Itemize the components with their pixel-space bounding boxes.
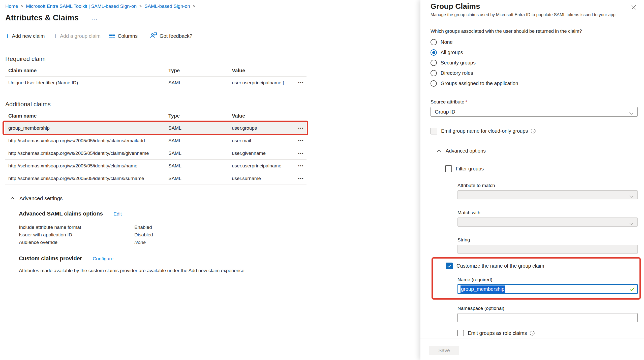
emit-group-name-checkbox[interactable]: Emit group name for cloud-only groups: [431, 128, 638, 134]
toolbar-divider: [144, 32, 144, 40]
checkbox-unchecked-icon: [445, 165, 452, 172]
breadcrumb-app-link[interactable]: Microsoft Entra SAML Toolkit | SAML-base…: [26, 4, 137, 9]
add-new-claim-button[interactable]: + Add new claim: [5, 33, 45, 39]
table-row[interactable]: http://schemas.xmlsoap.org/ws/2005/05/id…: [5, 172, 306, 185]
chevron-down-icon: [629, 221, 633, 226]
commands-toolbar: + Add new claim + Add a group claim Colu…: [5, 31, 420, 41]
got-feedback-button[interactable]: Got feedback?: [150, 32, 192, 40]
row-more-actions-icon[interactable]: •••: [292, 151, 306, 155]
row-more-actions-icon[interactable]: •••: [292, 138, 306, 143]
chevron-down-icon: [629, 193, 633, 199]
row-more-actions-icon[interactable]: •••: [292, 176, 306, 181]
table-row[interactable]: http://schemas.xmlsoap.org/ws/2005/05/id…: [5, 160, 306, 172]
column-header-value[interactable]: Value: [232, 113, 292, 119]
columns-icon: [109, 33, 115, 39]
group-type-radio-group: None All groups Security groups Director…: [431, 37, 638, 89]
breadcrumb-home-link[interactable]: Home: [5, 4, 18, 9]
additional-claims-section-title: Additional claims: [5, 101, 420, 108]
match-with-dropdown[interactable]: [457, 218, 638, 227]
string-label: String: [457, 237, 638, 243]
section-divider: [19, 285, 417, 285]
toolbar-bottom-divider: [5, 44, 417, 44]
column-header-claim-name[interactable]: Claim name: [5, 68, 168, 74]
radio-icon: [431, 70, 437, 76]
source-attribute-label: Source attribute*: [431, 99, 638, 105]
setting-value: None: [134, 239, 420, 246]
custom-claims-provider-title: Custom claims provider: [19, 255, 82, 262]
namespace-label: Namespace (optional): [457, 306, 638, 311]
chevron-down-icon: [629, 110, 633, 116]
radio-directory-roles[interactable]: Directory roles: [431, 68, 638, 78]
plus-icon: +: [5, 33, 9, 39]
setting-value: Enabled: [134, 224, 420, 231]
setting-row: Issuer with application ID Disabled: [19, 231, 420, 239]
plus-icon: +: [53, 33, 57, 39]
additional-claims-table: Claim name Type Value group_membership S…: [5, 110, 306, 185]
add-group-claim-button[interactable]: + Add a group claim: [53, 33, 101, 39]
source-attribute-dropdown[interactable]: Group ID: [431, 107, 638, 117]
group-type-question: Which groups associated with the user sh…: [431, 28, 638, 34]
column-header-type[interactable]: Type: [168, 113, 232, 119]
filter-groups-checkbox[interactable]: Filter groups: [445, 165, 638, 172]
string-input[interactable]: [457, 245, 638, 254]
radio-security-groups[interactable]: Security groups: [431, 58, 638, 68]
advanced-saml-options-title: Advanced SAML claims options: [19, 210, 103, 217]
customize-name-checkbox[interactable]: Customize the name of the group claim: [446, 263, 639, 269]
column-header-value[interactable]: Value: [232, 68, 292, 74]
match-with-label: Match with: [457, 210, 638, 215]
required-claim-section-title: Required claim: [5, 55, 420, 62]
checkbox-checked-icon: [446, 263, 453, 269]
namespace-input[interactable]: [457, 313, 638, 322]
name-required-label: Name (required): [457, 277, 639, 282]
feedback-person-icon: [150, 32, 157, 40]
radio-selected-icon: [431, 49, 437, 56]
radio-icon: [431, 60, 437, 66]
selected-text: group_membership: [461, 285, 505, 293]
breadcrumb: Home > Microsoft Entra SAML Toolkit | SA…: [5, 4, 420, 9]
group-claim-name-input[interactable]: group_membership: [457, 284, 638, 294]
panel-title: Group Claims: [431, 2, 638, 11]
table-row[interactable]: http://schemas.xmlsoap.org/ws/2005/05/id…: [5, 134, 306, 147]
configure-link[interactable]: Configure: [93, 256, 113, 262]
setting-value: Disabled: [134, 231, 420, 239]
row-more-actions-icon[interactable]: •••: [292, 126, 306, 130]
chevron-up-icon: [437, 149, 441, 153]
more-actions-icon[interactable]: ...: [91, 15, 97, 21]
row-more-actions-icon[interactable]: •••: [292, 164, 306, 168]
panel-footer: Save: [420, 339, 644, 360]
page-title: Attributes & Claims: [5, 13, 79, 22]
panel-subtitle: Manage the group claims used by Microsof…: [431, 12, 638, 17]
columns-button[interactable]: Columns: [109, 33, 138, 39]
info-icon[interactable]: [531, 128, 536, 134]
radio-groups-assigned[interactable]: Groups assigned to the application: [431, 78, 638, 89]
group-claims-panel: Group Claims Manage the group claims use…: [420, 0, 644, 360]
red-annotation-box: Customize the name of the group claim Na…: [432, 257, 641, 300]
table-row-group-membership[interactable]: group_membership SAML user.groups •••: [5, 122, 306, 134]
advanced-settings-toggle[interactable]: Advanced settings: [10, 195, 420, 201]
radio-icon: [431, 80, 437, 87]
breadcrumb-signon-link[interactable]: SAML-based Sign-on: [144, 4, 190, 9]
setting-row: Audience override None: [19, 239, 420, 246]
breadcrumb-separator: >: [21, 4, 23, 9]
table-row[interactable]: http://schemas.xmlsoap.org/ws/2005/05/id…: [5, 147, 306, 160]
required-asterisk: *: [465, 99, 467, 104]
radio-none[interactable]: None: [431, 37, 638, 47]
attribute-to-match-dropdown[interactable]: [457, 190, 638, 199]
checkbox-unchecked-icon: [457, 330, 464, 336]
attribute-to-match-label: Attribute to match: [457, 183, 638, 188]
advanced-options-toggle[interactable]: Advanced options: [437, 148, 638, 154]
info-icon[interactable]: [530, 331, 535, 336]
column-header-type[interactable]: Type: [168, 68, 232, 74]
checkbox-unchecked-icon: [431, 128, 437, 134]
custom-claims-provider-description: Attributes made available by the custom …: [19, 268, 266, 273]
edit-link[interactable]: Edit: [113, 211, 122, 217]
table-header-row: Claim name Type Value: [5, 65, 306, 77]
table-row[interactable]: Unique User Identifier (Name ID) SAML us…: [5, 77, 306, 89]
row-more-actions-icon[interactable]: •••: [292, 81, 306, 85]
radio-icon: [431, 39, 437, 45]
radio-all-groups[interactable]: All groups: [431, 47, 638, 58]
column-header-claim-name[interactable]: Claim name: [5, 113, 168, 119]
emit-roles-checkbox[interactable]: Emit groups as role claims: [457, 330, 638, 336]
attributes-claims-page: Home > Microsoft Entra SAML Toolkit | SA…: [0, 0, 420, 360]
save-button[interactable]: Save: [429, 346, 459, 355]
